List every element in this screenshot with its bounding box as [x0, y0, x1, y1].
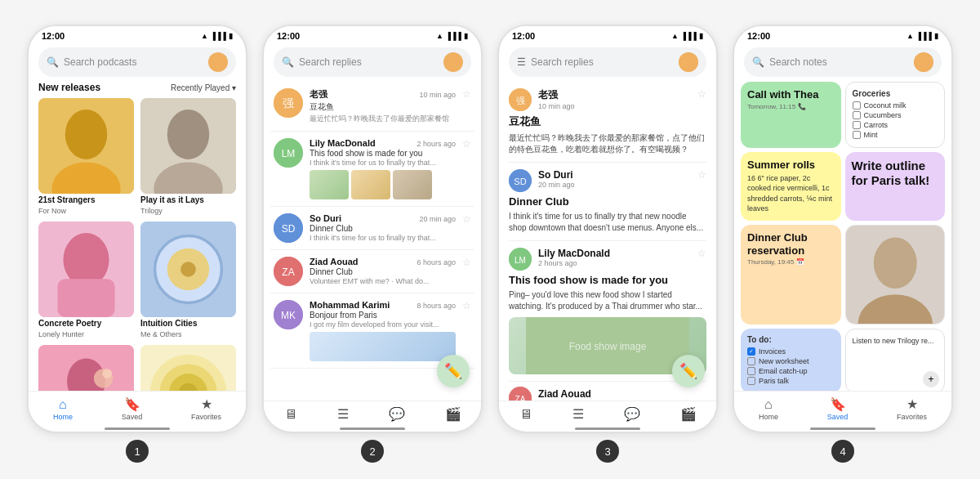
battery-icon-2: ▮: [464, 32, 468, 40]
msg-preview-2-2: I think it's time for us to finally try …: [310, 159, 456, 167]
todo-label-2: New worksheet: [759, 357, 809, 365]
checkbox-carrots[interactable]: [853, 121, 861, 129]
search-bar-2[interactable]: 🔍 Search replies: [274, 47, 471, 77]
status-icons-1: ▲ ▐▐▐ ▮: [201, 32, 233, 40]
detail-name-3-2: So Duri: [538, 169, 691, 181]
avatar-1: [208, 52, 228, 72]
list-item[interactable]: [38, 345, 134, 391]
note-todo[interactable]: To do: ✓ Invoices New worksheet Email ca…: [741, 329, 841, 391]
todo-checkbox-invoices[interactable]: ✓: [747, 347, 755, 356]
list-item[interactable]: 21st Strangers For Now: [38, 98, 134, 215]
star-icon-2-1[interactable]: ☆: [462, 88, 471, 100]
search-bar-3[interactable]: ☰ Search replies: [509, 47, 706, 77]
search-bar-1[interactable]: 🔍 Search podcasts: [38, 47, 236, 77]
nav-desktop-3[interactable]: 🖥: [519, 408, 532, 421]
msg-avatar-3-2: SD: [509, 169, 532, 192]
nav-desktop-2[interactable]: 🖥: [284, 408, 297, 421]
star-icon-3-2[interactable]: ☆: [697, 169, 706, 181]
checkbox-cucumbers[interactable]: [853, 111, 861, 119]
checkbox-mint[interactable]: [853, 131, 861, 139]
star-icon-3-3[interactable]: ☆: [697, 248, 706, 259]
msg-header-2-3: So Duri 20 min ago: [310, 213, 456, 223]
star-icon-3-1[interactable]: ☆: [697, 88, 706, 100]
home-icon-4: ⌂: [764, 398, 773, 411]
nav-video-2[interactable]: 🎬: [445, 408, 461, 421]
time-2: 12:00: [277, 31, 300, 41]
star-icon-2-2[interactable]: ☆: [462, 138, 471, 150]
todo-checkbox-email[interactable]: [747, 367, 755, 375]
list-item[interactable]: [140, 345, 236, 391]
nav-list-3[interactable]: ☰: [572, 408, 584, 421]
note-title-summer-rolls: Summer rolls: [747, 159, 835, 172]
msg-subject-2-2: This food show is made for you: [310, 149, 456, 158]
nav-favorites-4[interactable]: ★ Favorites: [897, 398, 927, 421]
list-item[interactable]: LM Lily MacDonald 2 hours ago This food …: [270, 132, 474, 207]
search-bar-4[interactable]: 🔍 Search notes: [744, 47, 942, 77]
detail-subject-3-3: This food show is made for you: [509, 274, 706, 286]
nav-home-4[interactable]: ⌂ Home: [759, 398, 778, 421]
add-icon-4[interactable]: +: [923, 371, 939, 387]
star-icon-2-3[interactable]: ☆: [462, 213, 471, 225]
detail-body-3-2: I think it's time for us to finally try …: [509, 211, 706, 234]
grocery-item-3: Carrots: [853, 121, 938, 129]
list-item[interactable]: Concrete Poetry Lonely Hunter: [38, 222, 134, 338]
note-time-dinner-club: Thursday, 19:45 📅: [747, 258, 835, 266]
svg-point-33: [679, 52, 698, 72]
msg-avatar-2-5: MK: [274, 300, 303, 329]
note-listen-trilogy[interactable]: Listen to new Trilogy re... +: [845, 329, 946, 391]
msg-preview-2-1: 最近忙忙吗？昨晚我去了你最爱的那家餐馆: [310, 114, 456, 124]
note-groceries[interactable]: Groceries Coconut milk Cucumbers Carrots: [845, 82, 946, 148]
time-3: 12:00: [512, 31, 535, 41]
detail-time-3-1: 10 min ago: [538, 102, 691, 110]
note-dinner-club[interactable]: Dinner Club reservation Thursday, 19:45 …: [741, 225, 841, 325]
battery-icon-3: ▮: [699, 32, 703, 40]
msg-preview-2-5: I got my film developed from your visit.…: [310, 320, 456, 329]
status-bar-3: 12:00 ▲ ▐▐▐ ▮: [499, 26, 716, 44]
todo-label-1: Invoices: [759, 347, 786, 356]
list-item[interactable]: 强 老强 10 min ago 豆花鱼 最近忙忙吗？昨晚我去了你最爱的那家餐馆 …: [270, 82, 474, 132]
favorites-icon-4: ★: [906, 398, 918, 411]
fab-3[interactable]: ✏️: [672, 355, 705, 387]
nav-favorites-1[interactable]: ★ Favorites: [191, 398, 221, 421]
nav-home-1[interactable]: ⌂ Home: [53, 398, 73, 421]
nav-saved-4[interactable]: 🔖 Saved: [827, 398, 849, 421]
note-write-outline[interactable]: Write outline for Paris talk!: [845, 152, 946, 221]
svg-rect-8: [57, 279, 114, 317]
phone-2: 12:00 ▲ ▐▐▐ ▮ 🔍 Search replies 强: [262, 25, 483, 433]
svg-text:ZA: ZA: [515, 395, 526, 401]
list-item[interactable]: Play it as it Lays Trilogy: [140, 98, 236, 215]
fab-2[interactable]: ✏️: [437, 355, 470, 387]
svg-text:LM: LM: [282, 148, 296, 159]
note-person-image[interactable]: [845, 225, 946, 325]
list-item[interactable]: ZA Ziad Aouad 6 hours ago Dinner Club Vo…: [270, 250, 474, 293]
search-placeholder-3: Search replies: [531, 56, 674, 68]
todo-checkbox-paris[interactable]: [747, 377, 755, 385]
note-summer-rolls[interactable]: Summer rolls 16 6" rice paper, 2c cooked…: [741, 152, 841, 221]
nav-chat-3[interactable]: 💬: [624, 408, 640, 421]
star-icon-2-4[interactable]: ☆: [462, 257, 471, 268]
list-item[interactable]: Intuition Cities Me & Others: [140, 222, 236, 338]
checkbox-coconut-milk[interactable]: [853, 101, 861, 110]
nav-list-2[interactable]: ☰: [337, 408, 349, 421]
list-item[interactable]: SD So Duri 20 min ago Dinner Club I thin…: [270, 207, 474, 250]
chat-icon-2: 💬: [389, 408, 405, 421]
detail-sender-3-1: 老强 10 min ago: [538, 88, 691, 110]
detail-msg-header-3-1: 强 老强 10 min ago ☆: [509, 88, 706, 111]
nav-chat-2[interactable]: 💬: [389, 408, 405, 421]
todo-item-3: Email catch-up: [747, 367, 835, 375]
note-call-with-thea[interactable]: Call with Thea Tomorrow, 11:15 📞: [741, 82, 841, 148]
status-bar-4: 12:00 ▲ ▐▐▐ ▮: [734, 26, 951, 44]
search-placeholder-1: Search podcasts: [64, 56, 203, 68]
star-icon-2-5[interactable]: ☆: [462, 300, 471, 311]
nav-saved-1[interactable]: 🔖 Saved: [122, 398, 143, 421]
desktop-icon-2: 🖥: [284, 408, 297, 421]
todo-checkbox-worksheet[interactable]: [747, 357, 755, 365]
msg-thumb-2-2-2: [351, 170, 390, 199]
section-action-1[interactable]: Recently Played ▾: [171, 83, 236, 92]
todo-title: To do:: [747, 335, 835, 344]
bottom-line-2: [340, 428, 405, 430]
detail-content-3: 强 老强 10 min ago ☆ 豆花鱼 最近忙忙吗？昨晚我去了你最爱的那家餐…: [499, 82, 716, 401]
bottom-nav-1: ⌂ Home 🔖 Saved ★ Favorites: [29, 391, 246, 424]
messages-list-2: 强 老强 10 min ago 豆花鱼 最近忙忙吗？昨晚我去了你最爱的那家餐馆 …: [264, 82, 481, 401]
nav-video-3[interactable]: 🎬: [680, 408, 697, 421]
